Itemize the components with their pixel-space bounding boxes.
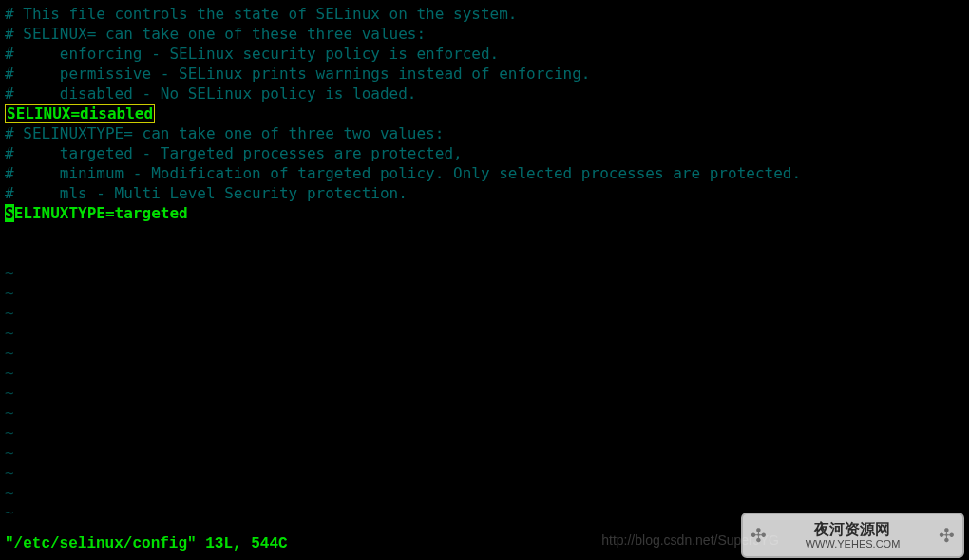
comment-line: # This file controls the state of SELinu…: [5, 5, 517, 23]
tilde-line: ~: [5, 324, 14, 342]
selinux-type-rest: ELINUXTYPE=targeted: [14, 204, 188, 222]
tilde-line: ~: [5, 344, 14, 362]
watermark-deco-left: ✣: [750, 526, 767, 546]
selinux-disabled-line: SELINUX=disabled: [5, 104, 155, 122]
tilde-line: ~: [5, 503, 14, 521]
tilde-line: ~: [5, 423, 14, 441]
comment-line: # SELINUXTYPE= can take one of three two…: [5, 124, 444, 142]
comment-line: # SELINUX= can take one of these three v…: [5, 25, 426, 43]
terminal-output[interactable]: # This file controls the state of SELinu…: [5, 4, 964, 522]
tilde-line: ~: [5, 383, 14, 401]
site-watermark: ✣ 夜河资源网 WWW.YEHES.COM ✣: [741, 513, 964, 558]
tilde-line: ~: [5, 364, 14, 382]
tilde-line: ~: [5, 284, 14, 302]
blank-line: [5, 244, 14, 262]
watermark-url: WWW.YEHES.COM: [806, 538, 901, 550]
comment-line: # targeted - Targeted processes are prot…: [5, 144, 463, 162]
watermark-deco-right: ✣: [939, 526, 955, 546]
watermark-title: 夜河资源网: [806, 521, 901, 538]
tilde-line: ~: [5, 443, 14, 461]
tilde-line: ~: [5, 483, 14, 501]
tilde-line: ~: [5, 264, 14, 282]
cursor: S: [5, 204, 14, 222]
tilde-line: ~: [5, 463, 14, 481]
blank-line: [5, 224, 14, 242]
selinux-disabled-highlight: SELINUX=disabled: [5, 104, 155, 123]
comment-line: # enforcing - SELinux security policy is…: [5, 45, 499, 63]
comment-line: # mls - Multi Level Security protection.: [5, 184, 408, 202]
comment-line: # permissive - SELinux prints warnings i…: [5, 65, 591, 83]
comment-line: # disabled - No SELinux policy is loaded…: [5, 84, 416, 103]
tilde-line: ~: [5, 304, 14, 322]
comment-line: # minimum - Modification of targeted pol…: [5, 164, 801, 182]
tilde-line: ~: [5, 403, 14, 421]
selinux-type-line: SELINUXTYPE=targeted: [5, 204, 188, 222]
vim-status-line: "/etc/selinux/config" 13L, 544C: [5, 534, 288, 554]
